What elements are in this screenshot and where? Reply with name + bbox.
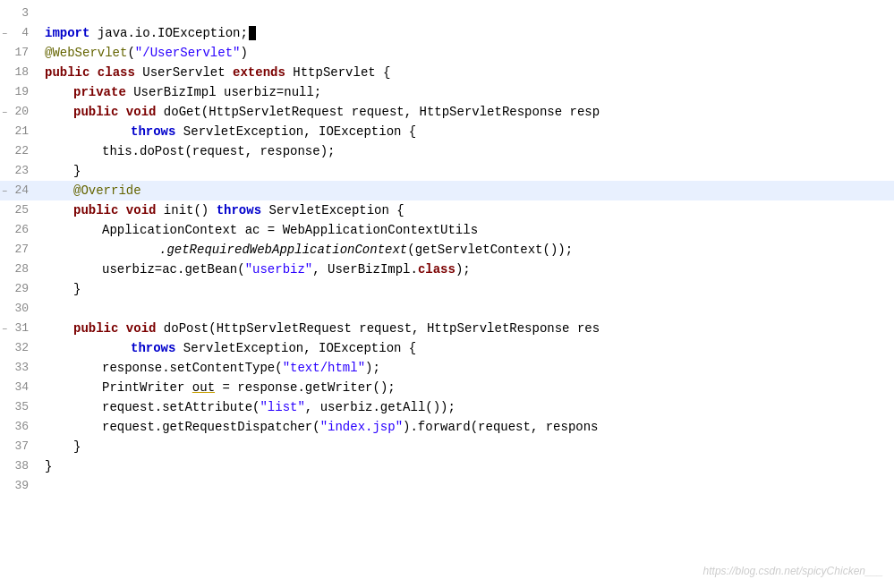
code-content: private UserBizImpl userbiz=null; xyxy=(38,82,894,102)
token-underline: out xyxy=(192,378,215,397)
code-content: public class UserServlet extends HttpSer… xyxy=(38,63,894,82)
code-line: –24@Override xyxy=(0,181,894,200)
line-number: 36 xyxy=(0,417,38,437)
token-italic: .getRequiredWebApplicationContext xyxy=(159,240,407,260)
line-number: 32 xyxy=(0,338,38,358)
code-content: } xyxy=(38,456,894,476)
line-number: 30 xyxy=(0,299,38,319)
token-string: "userbiz" xyxy=(245,260,313,279)
code-line: 23} xyxy=(0,161,894,181)
token-kw: void xyxy=(126,319,157,338)
code-line: 18public class UserServlet extends HttpS… xyxy=(0,63,894,82)
token-normal: ); xyxy=(456,260,471,279)
token-kw-blue: throws xyxy=(131,122,175,141)
code-line: 27.getRequiredWebApplicationContext(getS… xyxy=(0,240,894,260)
code-line: 32throws ServletException, IOException { xyxy=(0,338,894,358)
token-normal: } xyxy=(73,161,81,181)
token-kw: void xyxy=(126,200,157,220)
code-content xyxy=(38,299,894,319)
line-number: 3 xyxy=(0,4,38,23)
token-normal: doGet(HttpServletRequest request, HttpSe… xyxy=(156,102,600,122)
token-normal: ServletException, IOException { xyxy=(175,338,416,358)
code-line: –31public void doPost(HttpServletRequest… xyxy=(0,319,894,338)
code-content: throws ServletException, IOException { xyxy=(38,338,894,358)
collapse-icon[interactable]: – xyxy=(2,181,8,200)
token-normal: ( xyxy=(127,43,134,63)
token-kw-blue: throws xyxy=(131,338,175,358)
line-number: 28 xyxy=(0,260,38,279)
token-string: "text/html" xyxy=(283,358,365,378)
code-line: 25public void init() throws ServletExcep… xyxy=(0,200,894,220)
token-normal: init() xyxy=(156,200,216,220)
token-kw: void xyxy=(126,102,157,122)
token-normal: = response.getWriter(); xyxy=(215,378,396,397)
line-number: 25 xyxy=(0,200,38,220)
code-line: 29} xyxy=(0,279,894,299)
token-normal: ServletException { xyxy=(261,200,404,220)
token-normal: doPost(HttpServletRequest request, HttpS… xyxy=(156,319,600,338)
code-line: 17@WebServlet("/UserServlet") xyxy=(0,43,894,63)
line-number: 38 xyxy=(0,456,38,476)
token-normal: java.io.IOException; xyxy=(89,23,247,43)
line-number: –20 xyxy=(0,102,38,122)
code-line: 34PrintWriter out = response.getWriter()… xyxy=(0,378,894,397)
collapse-icon[interactable]: – xyxy=(2,319,8,338)
token-kw: public xyxy=(45,63,89,82)
line-number: 23 xyxy=(0,161,38,181)
token-normal: ApplicationContext ac = WebApplicationCo… xyxy=(102,220,478,240)
code-lines: 3 –4import java.io.IOException;17@WebSer… xyxy=(0,0,894,499)
code-content: .getRequiredWebApplicationContext(getSer… xyxy=(38,240,894,260)
collapse-icon[interactable]: – xyxy=(2,102,8,122)
token-normal: UserServlet xyxy=(135,63,233,82)
line-number: 18 xyxy=(0,63,38,82)
code-content xyxy=(38,476,894,496)
token-normal xyxy=(118,200,125,220)
code-content xyxy=(38,4,894,23)
token-normal xyxy=(89,63,97,82)
collapse-icon[interactable]: – xyxy=(2,23,8,43)
token-normal: ) xyxy=(240,43,247,63)
code-content: import java.io.IOException; xyxy=(38,23,894,43)
token-normal: ); xyxy=(365,358,380,378)
code-line: 30 xyxy=(0,299,894,319)
token-normal xyxy=(45,4,52,23)
code-line: 21throws ServletException, IOException { xyxy=(0,122,894,141)
line-number: 37 xyxy=(0,437,38,456)
code-line: 33response.setContentType("text/html"); xyxy=(0,358,894,378)
token-string: "list" xyxy=(260,397,304,417)
token-string: "index.jsp" xyxy=(320,417,403,437)
token-normal: ServletException, IOException { xyxy=(175,122,416,141)
token-normal: } xyxy=(45,456,52,476)
code-content: response.setContentType("text/html"); xyxy=(38,358,894,378)
code-line: 35request.setAttribute("list", userbiz.g… xyxy=(0,397,894,417)
code-line: 26ApplicationContext ac = WebApplication… xyxy=(0,220,894,240)
token-annotation: @Override xyxy=(73,181,141,200)
token-normal: , UserBizImpl. xyxy=(312,260,418,279)
token-normal: HttpServlet { xyxy=(285,63,391,82)
code-content: public void doGet(HttpServletRequest req… xyxy=(38,102,894,122)
token-normal: PrintWriter xyxy=(102,378,192,397)
token-annotation: @WebServlet xyxy=(45,43,127,63)
token-normal: UserBizImpl userbiz=null; xyxy=(126,82,321,102)
code-content: public void doPost(HttpServletRequest re… xyxy=(38,319,894,338)
line-number: 34 xyxy=(0,378,38,397)
code-content: userbiz=ac.getBean("userbiz", UserBizImp… xyxy=(38,260,894,279)
text-cursor xyxy=(249,26,256,40)
code-line: 38} xyxy=(0,456,894,476)
token-kw: class xyxy=(98,63,135,82)
token-normal: userbiz=ac.getBean( xyxy=(102,260,245,279)
code-content: @Override xyxy=(38,181,894,200)
token-normal xyxy=(45,299,52,319)
code-content: } xyxy=(38,437,894,456)
code-line: 19private UserBizImpl userbiz=null; xyxy=(0,82,894,102)
code-content: ApplicationContext ac = WebApplicationCo… xyxy=(38,220,894,240)
code-content: @WebServlet("/UserServlet") xyxy=(38,43,894,63)
line-number: 21 xyxy=(0,122,38,141)
token-kw: public xyxy=(73,200,118,220)
token-normal: } xyxy=(73,437,81,456)
token-kw: extends xyxy=(233,63,285,82)
code-line: 37} xyxy=(0,437,894,456)
token-normal: , userbiz.getAll()); xyxy=(305,397,456,417)
line-number: 29 xyxy=(0,279,38,299)
line-number: –24 xyxy=(0,181,38,200)
